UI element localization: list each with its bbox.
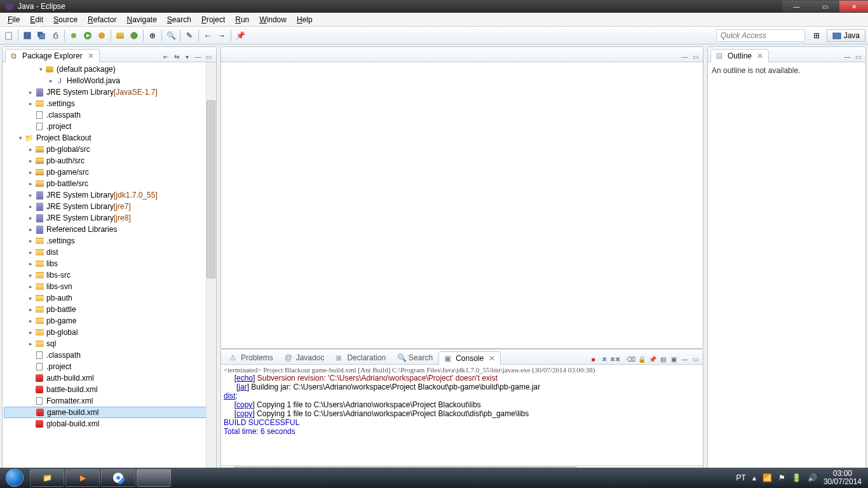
language-indicator[interactable]: PT: [736, 473, 746, 482]
tree-item[interactable]: game-build.xml: [4, 407, 215, 418]
tree-item[interactable]: ▸pb-auth/src: [4, 155, 215, 166]
twisty-icon[interactable]: ▸: [27, 249, 34, 255]
volume-icon[interactable]: 🔊: [808, 473, 817, 482]
tab-console[interactable]: ▣Console ✕: [438, 351, 501, 365]
tree-item[interactable]: ▸JRE System Library [jdk1.7.0_55]: [4, 189, 215, 201]
console-display-button[interactable]: ▤: [658, 355, 668, 364]
tree-item[interactable]: ▸JRE System Library [jre8]: [4, 212, 215, 224]
tab-problems[interactable]: ⚠Problems: [224, 351, 279, 365]
link-editor-button[interactable]: ⇆: [172, 52, 181, 62]
console-terminate-button[interactable]: ■: [588, 355, 598, 364]
new-button[interactable]: [3, 29, 15, 42]
minimize-editor-button[interactable]: —: [680, 52, 689, 62]
nav-forward-button[interactable]: →: [215, 29, 228, 42]
twisty-icon[interactable]: ▸: [47, 78, 55, 84]
taskbar-eclipse[interactable]: [137, 469, 171, 487]
toggle-mark-button[interactable]: ✎: [183, 29, 196, 42]
minimize-outline-button[interactable]: —: [843, 52, 852, 62]
twisty-icon[interactable]: ▸: [27, 295, 34, 301]
tree-item[interactable]: ▸pb-auth: [4, 292, 215, 304]
twisty-icon[interactable]: ▸: [27, 329, 34, 336]
maximize-button[interactable]: ▭: [811, 1, 839, 12]
console-remove-all-button[interactable]: ✖✖: [610, 355, 620, 364]
tree-item[interactable]: ▸.settings: [4, 98, 215, 109]
twisty-icon[interactable]: ▸: [27, 215, 34, 221]
twisty-icon[interactable]: ▾: [37, 66, 44, 72]
minimize-view-button[interactable]: —: [193, 52, 203, 62]
outline-tab[interactable]: ⊟ Outline ✕: [710, 49, 769, 62]
menu-project[interactable]: Project: [196, 14, 230, 25]
tree-item[interactable]: ▸libs-svn: [4, 281, 215, 292]
java-perspective-button[interactable]: Java: [827, 29, 865, 42]
taskbar-chrome[interactable]: [101, 469, 135, 487]
view-menu-button[interactable]: ▾: [182, 52, 192, 62]
tree-item[interactable]: .classpath: [4, 349, 215, 361]
tree-item[interactable]: global-build.xml: [4, 418, 215, 430]
twisty-icon[interactable]: ▸: [27, 226, 34, 233]
tree-scrollbar[interactable]: [206, 62, 216, 471]
open-perspective-button[interactable]: ⊞: [810, 29, 823, 42]
tree-item[interactable]: ▾(default package): [4, 64, 215, 75]
twisty-icon[interactable]: ▸: [27, 306, 34, 313]
console-scroll-lock-button[interactable]: 🔒: [637, 355, 646, 364]
twisty-icon[interactable]: ▸: [27, 318, 34, 324]
close-outline-icon[interactable]: ✕: [757, 51, 763, 60]
save-all-button[interactable]: [35, 29, 48, 42]
wifi-icon[interactable]: 📶: [763, 473, 772, 482]
tree-item[interactable]: ▸libs: [4, 258, 215, 269]
twisty-icon[interactable]: ▸: [27, 261, 34, 267]
tree-item[interactable]: ▸JRE System Library [JavaSE-1.7]: [4, 86, 215, 98]
tree-item[interactable]: ▸Referenced Libraries: [4, 224, 215, 235]
menu-run[interactable]: Run: [230, 14, 254, 25]
menu-refactor[interactable]: Refactor: [83, 14, 121, 25]
twisty-icon[interactable]: ▾: [17, 135, 24, 141]
tab-declaration[interactable]: ≣Declaration: [330, 351, 391, 365]
tree-item[interactable]: .classpath: [4, 109, 215, 121]
menu-search[interactable]: Search: [162, 14, 196, 25]
twisty-icon[interactable]: ▸: [27, 272, 34, 278]
clock[interactable]: 03:00 30/07/2014: [824, 470, 862, 486]
menu-navigate[interactable]: Navigate: [121, 14, 161, 25]
twisty-icon[interactable]: ▸: [27, 89, 34, 95]
tab-javadoc[interactable]: @Javadoc: [279, 351, 330, 365]
twisty-icon[interactable]: ▸: [27, 158, 34, 164]
print-button[interactable]: ⎙: [49, 29, 62, 42]
tree-item[interactable]: ▾📁Project Blackout: [4, 132, 215, 144]
menu-file[interactable]: File: [3, 14, 25, 25]
close-button[interactable]: ✕: [839, 1, 868, 12]
search-button[interactable]: 🔍: [165, 29, 177, 42]
menu-edit[interactable]: Edit: [25, 14, 48, 25]
open-type-button[interactable]: ⊕: [146, 29, 159, 42]
tree-item[interactable]: ▸JHelloWorld.java: [4, 75, 215, 86]
collapse-all-button[interactable]: ⇤: [161, 52, 170, 62]
twisty-icon[interactable]: ▸: [27, 169, 34, 175]
maximize-view-button[interactable]: ▭: [204, 52, 214, 62]
tree-item[interactable]: ▸sql: [4, 338, 215, 349]
console-output[interactable]: <terminated> Project Blackout game-build…: [221, 365, 703, 475]
menu-source[interactable]: Source: [48, 14, 83, 25]
package-explorer-tree[interactable]: ▾(default package)▸JHelloWorld.java▸JRE …: [3, 62, 216, 471]
tree-item[interactable]: ▸libs-src: [4, 269, 215, 281]
new-class-button[interactable]: [128, 29, 140, 42]
tree-item[interactable]: ▸pb-battle: [4, 304, 215, 315]
twisty-icon[interactable]: ▸: [27, 146, 34, 152]
console-remove-button[interactable]: ✖: [599, 355, 609, 364]
twisty-icon[interactable]: ▸: [27, 192, 34, 198]
tree-item[interactable]: auth-build.xml: [4, 372, 215, 384]
tree-item[interactable]: ▸pb-game/src: [4, 166, 215, 178]
tree-item[interactable]: ▸.settings: [4, 235, 215, 247]
maximize-editor-button[interactable]: ▭: [691, 52, 700, 62]
tab-search[interactable]: 🔍Search: [391, 351, 438, 365]
tree-item[interactable]: ▸pb-battle/src: [4, 178, 215, 189]
tree-item[interactable]: ▸dist: [4, 247, 215, 258]
battery-icon[interactable]: 🔋: [792, 473, 801, 482]
tree-item[interactable]: ▸pb-global/src: [4, 144, 215, 155]
tree-item[interactable]: Formatter.xml: [4, 395, 215, 407]
minimize-bottom-button[interactable]: —: [680, 355, 689, 364]
nav-back-button[interactable]: ←: [201, 29, 214, 42]
console-clear-button[interactable]: ⌫: [626, 355, 635, 364]
tree-item[interactable]: .project: [4, 361, 215, 372]
tree-item[interactable]: .project: [4, 121, 215, 132]
twisty-icon[interactable]: ▸: [27, 238, 34, 244]
taskbar-mediaplayer[interactable]: ▶: [65, 469, 100, 487]
